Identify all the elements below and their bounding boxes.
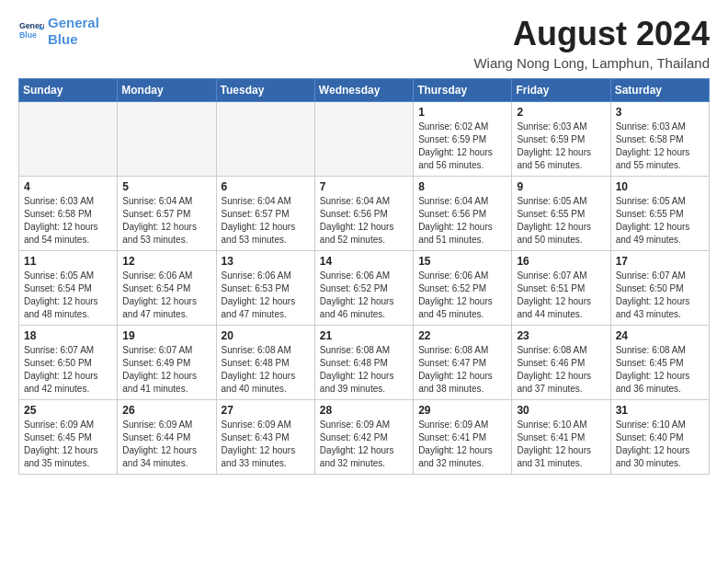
day-info: Sunrise: 6:04 AM Sunset: 6:57 PM Dayligh… xyxy=(122,195,210,247)
day-number: 9 xyxy=(517,180,605,193)
day-info: Sunrise: 6:07 AM Sunset: 6:49 PM Dayligh… xyxy=(122,344,210,396)
day-number: 26 xyxy=(122,404,210,417)
calendar-cell: 30Sunrise: 6:10 AM Sunset: 6:41 PM Dayli… xyxy=(512,400,610,475)
calendar-cell: 15Sunrise: 6:06 AM Sunset: 6:52 PM Dayli… xyxy=(414,251,512,326)
day-number: 18 xyxy=(24,329,112,342)
day-info: Sunrise: 6:08 AM Sunset: 6:46 PM Dayligh… xyxy=(517,344,605,396)
calendar-cell: 7Sunrise: 6:04 AM Sunset: 6:56 PM Daylig… xyxy=(314,177,413,251)
calendar-cell: 13Sunrise: 6:06 AM Sunset: 6:53 PM Dayli… xyxy=(216,251,314,326)
weekday-header-tuesday: Tuesday xyxy=(216,79,314,102)
day-number: 2 xyxy=(517,106,605,119)
day-info: Sunrise: 6:09 AM Sunset: 6:45 PM Dayligh… xyxy=(24,419,112,470)
calendar-cell: 8Sunrise: 6:04 AM Sunset: 6:56 PM Daylig… xyxy=(414,177,512,251)
day-number: 27 xyxy=(222,404,310,417)
day-number: 22 xyxy=(418,329,506,342)
day-number: 24 xyxy=(616,329,704,342)
logo: General Blue General Blue xyxy=(18,15,99,48)
calendar-cell: 17Sunrise: 6:07 AM Sunset: 6:50 PM Dayli… xyxy=(610,251,709,326)
day-info: Sunrise: 6:10 AM Sunset: 6:40 PM Dayligh… xyxy=(616,419,704,470)
day-info: Sunrise: 6:08 AM Sunset: 6:47 PM Dayligh… xyxy=(418,344,506,396)
day-info: Sunrise: 6:05 AM Sunset: 6:54 PM Dayligh… xyxy=(24,270,112,321)
day-number: 8 xyxy=(418,180,506,193)
day-info: Sunrise: 6:06 AM Sunset: 6:52 PM Dayligh… xyxy=(320,270,408,321)
weekday-header-friday: Friday xyxy=(512,79,610,102)
day-number: 16 xyxy=(517,255,605,268)
calendar-cell: 22Sunrise: 6:08 AM Sunset: 6:47 PM Dayli… xyxy=(414,326,512,400)
day-number: 12 xyxy=(122,255,210,268)
day-number: 7 xyxy=(320,180,408,193)
day-number: 31 xyxy=(616,404,704,417)
day-info: Sunrise: 6:09 AM Sunset: 6:41 PM Dayligh… xyxy=(418,419,506,470)
day-info: Sunrise: 6:05 AM Sunset: 6:55 PM Dayligh… xyxy=(517,195,605,247)
calendar-cell xyxy=(314,102,413,177)
calendar-cell: 14Sunrise: 6:06 AM Sunset: 6:52 PM Dayli… xyxy=(314,251,413,326)
svg-text:Blue: Blue xyxy=(19,30,37,40)
day-info: Sunrise: 6:09 AM Sunset: 6:42 PM Dayligh… xyxy=(320,419,408,470)
day-number: 15 xyxy=(418,255,506,268)
day-number: 17 xyxy=(616,255,704,268)
week-row-3: 11Sunrise: 6:05 AM Sunset: 6:54 PM Dayli… xyxy=(19,251,710,326)
logo-icon: General Blue xyxy=(18,18,44,44)
day-info: Sunrise: 6:06 AM Sunset: 6:53 PM Dayligh… xyxy=(222,270,310,321)
calendar-cell: 16Sunrise: 6:07 AM Sunset: 6:51 PM Dayli… xyxy=(512,251,610,326)
calendar-cell: 27Sunrise: 6:09 AM Sunset: 6:43 PM Dayli… xyxy=(216,400,314,475)
calendar-cell xyxy=(118,102,216,177)
day-number: 28 xyxy=(320,404,408,417)
calendar-cell: 9Sunrise: 6:05 AM Sunset: 6:55 PM Daylig… xyxy=(512,177,610,251)
day-number: 6 xyxy=(222,180,310,193)
day-number: 10 xyxy=(616,180,704,193)
day-info: Sunrise: 6:08 AM Sunset: 6:48 PM Dayligh… xyxy=(222,344,310,396)
day-info: Sunrise: 6:07 AM Sunset: 6:50 PM Dayligh… xyxy=(616,270,704,321)
day-number: 1 xyxy=(418,106,506,119)
calendar-cell: 11Sunrise: 6:05 AM Sunset: 6:54 PM Dayli… xyxy=(19,251,118,326)
week-row-4: 18Sunrise: 6:07 AM Sunset: 6:50 PM Dayli… xyxy=(19,326,710,400)
day-info: Sunrise: 6:07 AM Sunset: 6:51 PM Dayligh… xyxy=(517,270,605,321)
calendar-cell: 28Sunrise: 6:09 AM Sunset: 6:42 PM Dayli… xyxy=(314,400,413,475)
day-number: 11 xyxy=(24,255,112,268)
calendar-cell: 20Sunrise: 6:08 AM Sunset: 6:48 PM Dayli… xyxy=(216,326,314,400)
weekday-header-row: SundayMondayTuesdayWednesdayThursdayFrid… xyxy=(19,79,710,102)
day-info: Sunrise: 6:08 AM Sunset: 6:45 PM Dayligh… xyxy=(616,344,704,396)
day-number: 5 xyxy=(122,180,210,193)
day-number: 20 xyxy=(222,329,310,342)
day-number: 14 xyxy=(320,255,408,268)
calendar-cell: 26Sunrise: 6:09 AM Sunset: 6:44 PM Dayli… xyxy=(118,400,216,475)
day-info: Sunrise: 6:04 AM Sunset: 6:56 PM Dayligh… xyxy=(418,195,506,247)
calendar-cell: 4Sunrise: 6:03 AM Sunset: 6:58 PM Daylig… xyxy=(19,177,118,251)
calendar-cell: 12Sunrise: 6:06 AM Sunset: 6:54 PM Dayli… xyxy=(118,251,216,326)
day-info: Sunrise: 6:10 AM Sunset: 6:41 PM Dayligh… xyxy=(517,419,605,470)
day-info: Sunrise: 6:03 AM Sunset: 6:58 PM Dayligh… xyxy=(616,121,704,172)
calendar-cell: 23Sunrise: 6:08 AM Sunset: 6:46 PM Dayli… xyxy=(512,326,610,400)
day-info: Sunrise: 6:09 AM Sunset: 6:44 PM Dayligh… xyxy=(122,419,210,470)
day-info: Sunrise: 6:09 AM Sunset: 6:43 PM Dayligh… xyxy=(222,419,310,470)
page-header: General Blue General Blue August 2024 Wi… xyxy=(18,15,710,71)
calendar-cell: 6Sunrise: 6:04 AM Sunset: 6:57 PM Daylig… xyxy=(216,177,314,251)
weekday-header-saturday: Saturday xyxy=(610,79,709,102)
calendar-cell: 25Sunrise: 6:09 AM Sunset: 6:45 PM Dayli… xyxy=(19,400,118,475)
day-info: Sunrise: 6:03 AM Sunset: 6:58 PM Dayligh… xyxy=(24,195,112,247)
day-info: Sunrise: 6:06 AM Sunset: 6:52 PM Dayligh… xyxy=(418,270,506,321)
calendar-cell: 29Sunrise: 6:09 AM Sunset: 6:41 PM Dayli… xyxy=(414,400,512,475)
weekday-header-wednesday: Wednesday xyxy=(314,79,413,102)
calendar-cell: 2Sunrise: 6:03 AM Sunset: 6:59 PM Daylig… xyxy=(512,102,610,177)
day-number: 13 xyxy=(222,255,310,268)
day-number: 29 xyxy=(418,404,506,417)
day-number: 21 xyxy=(320,329,408,342)
calendar-cell: 18Sunrise: 6:07 AM Sunset: 6:50 PM Dayli… xyxy=(19,326,118,400)
logo-line2: Blue xyxy=(48,31,78,47)
day-number: 25 xyxy=(24,404,112,417)
title-block: August 2024 Wiang Nong Long, Lamphun, Th… xyxy=(473,15,710,71)
day-info: Sunrise: 6:05 AM Sunset: 6:55 PM Dayligh… xyxy=(616,195,704,247)
calendar-cell: 21Sunrise: 6:08 AM Sunset: 6:48 PM Dayli… xyxy=(314,326,413,400)
day-number: 3 xyxy=(616,106,704,119)
day-info: Sunrise: 6:04 AM Sunset: 6:57 PM Dayligh… xyxy=(222,195,310,247)
logo-text: General Blue xyxy=(48,15,99,48)
weekday-header-thursday: Thursday xyxy=(414,79,512,102)
day-number: 23 xyxy=(517,329,605,342)
calendar-cell: 19Sunrise: 6:07 AM Sunset: 6:49 PM Dayli… xyxy=(118,326,216,400)
week-row-2: 4Sunrise: 6:03 AM Sunset: 6:58 PM Daylig… xyxy=(19,177,710,251)
day-info: Sunrise: 6:07 AM Sunset: 6:50 PM Dayligh… xyxy=(24,344,112,396)
day-number: 30 xyxy=(517,404,605,417)
day-info: Sunrise: 6:08 AM Sunset: 6:48 PM Dayligh… xyxy=(320,344,408,396)
calendar-table: SundayMondayTuesdayWednesdayThursdayFrid… xyxy=(18,78,710,475)
